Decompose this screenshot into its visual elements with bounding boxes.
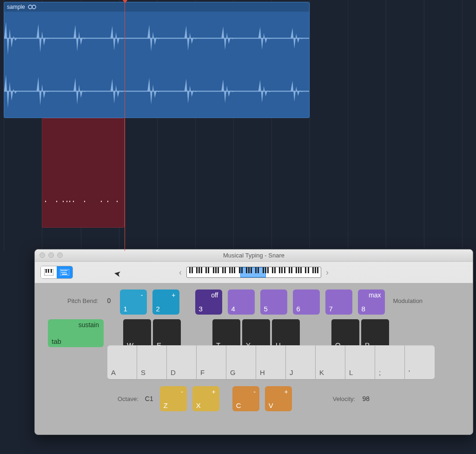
traffic-lights[interactable]: [40, 252, 63, 258]
white-key-s[interactable]: S: [137, 345, 167, 380]
svg-rect-3: [4, 91, 309, 92]
svg-rect-12: [65, 270, 66, 271]
zoom-icon[interactable]: [57, 252, 63, 258]
modulation-key-3[interactable]: off 3: [195, 290, 222, 315]
svg-rect-14: [61, 272, 62, 273]
octave-label: Octave:: [118, 386, 139, 411]
modulation-label: Modulation: [393, 290, 423, 312]
svg-point-0: [28, 5, 32, 9]
arrangement-area[interactable]: sample: [0, 0, 476, 251]
white-key-quote[interactable]: ': [405, 345, 435, 380]
window-titlebar[interactable]: Musical Typing - Snare: [35, 250, 473, 262]
mini-keyboard[interactable]: [186, 267, 321, 278]
piano-view-button[interactable]: [41, 266, 57, 278]
svg-rect-7: [51, 269, 52, 273]
view-toggle[interactable]: [40, 266, 73, 279]
octave-prev-button[interactable]: ‹: [179, 268, 182, 277]
pitch-bend-label: Pitch Bend:: [67, 290, 99, 312]
musical-typing-window[interactable]: Musical Typing - Snare: [34, 249, 473, 435]
region-name: sample: [7, 4, 25, 10]
svg-rect-6: [48, 269, 49, 273]
svg-rect-11: [64, 270, 65, 271]
pitch-bend-down-key[interactable]: - 1: [120, 290, 147, 315]
audio-region[interactable]: sample: [4, 2, 310, 118]
svg-rect-16: [64, 272, 65, 273]
pitch-bend-value: 0: [103, 290, 115, 312]
modulation-key-7[interactable]: 7: [325, 290, 352, 315]
close-icon[interactable]: [40, 252, 45, 258]
svg-rect-13: [66, 270, 67, 271]
toolbar: ➤ ‹ ›: [35, 262, 473, 283]
white-key-semicolon[interactable]: ;: [375, 345, 405, 380]
loop-icon: [28, 4, 36, 10]
modulation-key-6[interactable]: 6: [293, 290, 320, 315]
cursor-icon: ➤: [113, 268, 122, 279]
white-key-h[interactable]: H: [256, 345, 286, 380]
playhead[interactable]: [125, 0, 125, 251]
octave-down-key[interactable]: - Z: [160, 386, 187, 411]
modulation-key-4[interactable]: 4: [228, 290, 255, 315]
waveform-display: [4, 12, 309, 118]
white-keys-row: A S D F G H J K L ; ': [107, 345, 435, 380]
keyboard-icon: [60, 269, 69, 276]
svg-rect-9: [61, 270, 62, 271]
white-key-g[interactable]: G: [226, 345, 256, 380]
window-title: Musical Typing - Snare: [223, 252, 284, 259]
velocity-value: 98: [360, 386, 372, 411]
svg-rect-15: [63, 272, 64, 273]
velocity-up-key[interactable]: + V: [265, 386, 292, 411]
white-key-k[interactable]: K: [316, 345, 345, 380]
svg-rect-5: [46, 269, 47, 273]
svg-rect-17: [66, 272, 66, 273]
white-key-f[interactable]: F: [197, 345, 226, 380]
white-key-l[interactable]: L: [345, 345, 375, 380]
svg-point-1: [32, 5, 36, 9]
white-key-j[interactable]: J: [286, 345, 316, 380]
pitch-bend-up-key[interactable]: + 2: [152, 290, 179, 315]
keyboard-view-button[interactable]: [57, 266, 73, 278]
svg-rect-10: [62, 270, 63, 271]
white-key-d[interactable]: D: [167, 345, 197, 380]
region-header[interactable]: sample: [4, 2, 309, 12]
modulation-key-5[interactable]: 5: [260, 290, 287, 315]
svg-rect-18: [62, 274, 67, 275]
midi-notes: [42, 197, 124, 202]
octave-up-key[interactable]: + X: [192, 386, 219, 411]
midi-region[interactable]: [42, 118, 125, 228]
svg-rect-2: [4, 38, 309, 39]
octave-next-button[interactable]: ›: [326, 268, 329, 277]
velocity-down-key[interactable]: - C: [232, 386, 259, 411]
velocity-label: Velocity:: [333, 386, 355, 411]
modulation-key-8[interactable]: max 8: [358, 290, 385, 315]
octave-value: C1: [143, 386, 155, 411]
sustain-key[interactable]: sustain tab: [48, 319, 104, 347]
piano-icon: [44, 269, 53, 276]
minimize-icon[interactable]: [48, 252, 54, 258]
white-key-a[interactable]: A: [107, 345, 137, 380]
